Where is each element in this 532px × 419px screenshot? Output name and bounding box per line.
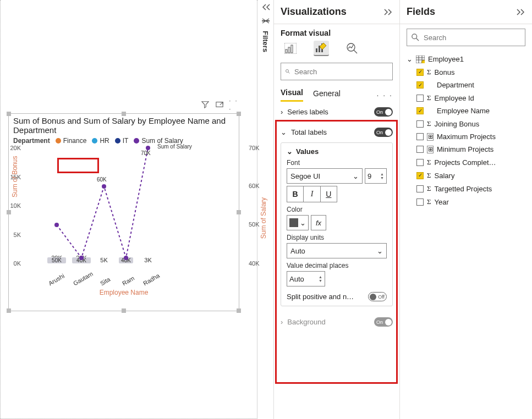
field-item[interactable]: ΣTargetted Projects xyxy=(407,182,525,195)
build-visual-icon[interactable] xyxy=(283,41,298,56)
svg-point-4 xyxy=(124,256,128,260)
measure-icon: ⊞ xyxy=(427,146,434,153)
toggle-background[interactable]: On xyxy=(374,317,393,327)
field-checkbox[interactable] xyxy=(416,185,424,192)
resize-handle[interactable] xyxy=(122,112,126,116)
svg-rect-7 xyxy=(286,49,287,53)
analytics-icon[interactable] xyxy=(344,41,360,56)
x-axis-title: Employee Name xyxy=(9,289,239,296)
search-icon xyxy=(412,34,419,41)
field-item[interactable]: ΣBonus xyxy=(407,65,525,79)
table-node[interactable]: ⌄ Employee1 xyxy=(407,53,525,65)
chart-visual[interactable]: · · · Sum of Bonus and Sum of Salary by … xyxy=(8,113,239,311)
tab-visual[interactable]: Visual xyxy=(281,85,303,102)
section-series-labels[interactable]: ›Series labels On xyxy=(274,102,399,122)
annotation-box-totals xyxy=(57,158,99,173)
section-background[interactable]: ›Background On xyxy=(274,312,399,332)
field-label: Joining Bonus xyxy=(435,120,480,128)
toggle-split[interactable]: Off xyxy=(368,292,387,301)
format-visual-icon[interactable] xyxy=(314,41,329,56)
table-icon xyxy=(416,56,425,63)
field-checkbox[interactable] xyxy=(416,133,424,140)
sigma-icon: Σ xyxy=(427,184,431,193)
field-checkbox[interactable] xyxy=(416,159,424,166)
toggle-series-labels[interactable]: On xyxy=(374,107,393,117)
y2-axis-title: Sum of Salary xyxy=(260,197,267,239)
svg-point-15 xyxy=(286,70,289,73)
filters-label: Filters xyxy=(261,31,270,52)
legend-title: Department xyxy=(13,137,50,145)
svg-point-3 xyxy=(102,184,106,189)
svg-point-18 xyxy=(422,60,425,63)
sigma-icon: Σ xyxy=(427,171,431,180)
format-search-input[interactable] xyxy=(293,67,388,76)
fields-pane: Fields ⌄ Employee1 ΣBonusDepartmentΣEmpl… xyxy=(400,0,532,419)
field-checkbox[interactable] xyxy=(416,81,424,89)
field-label: Bonus xyxy=(435,68,455,76)
svg-point-1 xyxy=(54,223,59,227)
field-label: Employee Id xyxy=(435,94,474,102)
field-label: Projects Complet… xyxy=(435,158,496,167)
field-label: Minimum Projects xyxy=(437,145,493,153)
svg-point-2 xyxy=(79,256,84,260)
resize-handle[interactable] xyxy=(7,112,11,116)
focus-mode-icon[interactable] xyxy=(215,100,224,109)
field-checkbox[interactable] xyxy=(416,146,424,153)
chevron-right-icon: › xyxy=(281,108,283,116)
chevron-down-icon: ⌄ xyxy=(407,55,413,63)
field-item[interactable]: ΣJoining Bonus xyxy=(407,117,525,130)
sigma-icon: Σ xyxy=(427,197,431,206)
resize-handle[interactable] xyxy=(7,210,11,214)
legend-dot-it xyxy=(115,138,120,144)
expand-icon[interactable] xyxy=(384,8,393,16)
field-item[interactable]: ΣSalary xyxy=(407,169,525,182)
sigma-icon: Σ xyxy=(427,68,431,76)
field-label: Year xyxy=(435,198,449,206)
field-item[interactable]: Department xyxy=(407,79,525,91)
field-checkbox[interactable] xyxy=(416,69,424,76)
field-item[interactable]: ⊞Minimum Projects xyxy=(407,143,525,156)
fields-search-input[interactable] xyxy=(423,33,520,42)
field-item[interactable]: ΣProjects Complet… xyxy=(407,156,525,169)
svg-rect-11 xyxy=(316,48,317,52)
resize-handle[interactable] xyxy=(122,308,126,313)
format-visual-label: Format visual xyxy=(274,24,399,37)
field-checkbox[interactable] xyxy=(416,95,424,102)
svg-point-5 xyxy=(146,146,150,150)
resize-handle[interactable] xyxy=(237,308,241,313)
measure-icon: ⊞ xyxy=(427,133,434,141)
tab-general[interactable]: General xyxy=(313,86,341,101)
report-canvas[interactable]: · · · Sum of Bonus and Sum of Salary by … xyxy=(0,0,257,419)
svg-rect-6 xyxy=(262,20,270,21)
field-item[interactable]: ΣEmployee Id xyxy=(407,91,525,104)
field-item[interactable]: ΣYear xyxy=(407,195,525,208)
legend-dot-finance xyxy=(56,138,61,144)
tabs-more-icon[interactable]: . . . xyxy=(377,89,393,98)
field-checkbox[interactable] xyxy=(416,172,424,179)
svg-rect-10 xyxy=(284,43,297,54)
sigma-icon: Σ xyxy=(427,119,431,128)
chevron-right-icon: › xyxy=(281,318,283,326)
search-icon xyxy=(286,68,290,75)
chart-title: Sum of Bonus and Sum of Salary by Employ… xyxy=(9,114,239,137)
resize-handle[interactable] xyxy=(7,308,11,313)
filters-icon xyxy=(261,16,270,25)
resize-handle[interactable] xyxy=(237,210,241,214)
sigma-icon: Σ xyxy=(427,158,431,167)
annotation-box-total-labels xyxy=(275,120,398,384)
expand-icon[interactable] xyxy=(517,8,525,16)
filter-icon[interactable] xyxy=(200,100,210,109)
field-checkbox[interactable] xyxy=(416,120,424,128)
more-options-icon[interactable]: · · · xyxy=(229,100,239,109)
toggle-total-labels[interactable]: On xyxy=(374,128,393,137)
fields-search[interactable] xyxy=(407,29,525,46)
collapse-icon[interactable] xyxy=(261,3,270,11)
svg-rect-9 xyxy=(291,45,293,53)
field-label: Maximum Projects xyxy=(437,133,496,141)
field-checkbox[interactable] xyxy=(416,107,424,114)
field-label: Employee Name xyxy=(437,107,490,115)
field-item[interactable]: Employee Name xyxy=(407,104,525,117)
format-search[interactable] xyxy=(281,63,393,80)
field-checkbox[interactable] xyxy=(416,199,424,206)
field-item[interactable]: ⊞Maximum Projects xyxy=(407,130,525,143)
